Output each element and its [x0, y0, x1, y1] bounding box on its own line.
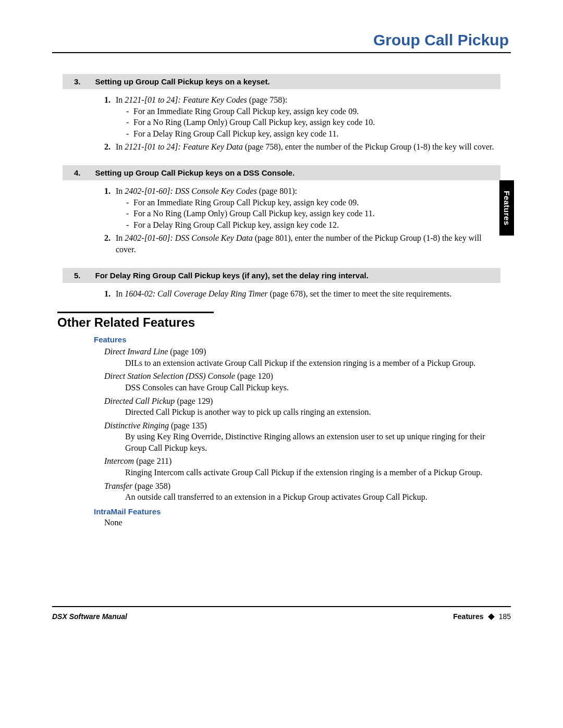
features-list: Direct Inward Line (page 109) DILs to an…: [104, 346, 495, 503]
sub-item: For a No Ring (Lamp Only) Group Call Pic…: [126, 208, 500, 219]
step-body-4: In 2402-[01-60]: DSS Console Key Codes (…: [104, 186, 500, 255]
feature-item: Direct Station Selection (DSS) Console (…: [104, 371, 495, 393]
footer-right: Features 185: [453, 612, 511, 621]
step-number: 4.: [67, 168, 81, 177]
side-tab-features: Features: [499, 180, 514, 236]
footer-section: Features: [453, 612, 483, 621]
features-heading: Features: [94, 335, 511, 344]
step-title: Setting up Group Call Pickup keys on a k…: [95, 77, 496, 86]
page-title: Group Call Pickup: [52, 31, 511, 52]
section-divider: [57, 312, 214, 313]
step-body-5: In 1604-02: Call Coverage Delay Ring Tim…: [104, 288, 500, 300]
step-body-3: In 2121-[01 to 24]: Feature Key Codes (p…: [104, 94, 500, 153]
step-header-5: 5. For Delay Ring Group Call Pickup keys…: [63, 268, 500, 283]
sub-item: For an Immediate Ring Group Call Pickup …: [126, 106, 500, 117]
feature-item: Transfer (page 358) An outside call tran…: [104, 480, 495, 503]
footer: DSX Software Manual Features 185: [52, 612, 511, 621]
footer-rule: [52, 606, 511, 607]
step-item: In 2402-[01-60]: DSS Console Key Data (p…: [104, 232, 500, 255]
step-number: 5.: [67, 271, 81, 280]
intramail-heading: IntraMail Features: [94, 507, 511, 516]
step-number: 3.: [67, 77, 81, 86]
step-item: In 2402-[01-60]: DSS Console Key Codes (…: [104, 186, 500, 230]
header-rule: [52, 52, 511, 53]
sub-item: For an Immediate Ring Group Call Pickup …: [126, 197, 500, 208]
feature-item: Intercom (page 211) Ringing Intercom cal…: [104, 455, 495, 478]
sub-item: For a No Ring (Lamp Only) Group Call Pic…: [126, 117, 500, 128]
step-item: In 2121-[01 to 24]: Feature Key Codes (p…: [104, 94, 500, 139]
feature-item: Directed Call Pickup (page 129) Directed…: [104, 396, 495, 418]
step-item: In 2121-[01 to 24]: Feature Key Data (pa…: [104, 141, 500, 153]
feature-item: Distinctive Ringing (page 135) By using …: [104, 420, 495, 454]
step-item: In 1604-02: Call Coverage Delay Ring Tim…: [104, 288, 500, 300]
footer-manual-name: DSX Software Manual: [52, 612, 127, 621]
footer-page-number: 185: [499, 612, 511, 621]
feature-item: Direct Inward Line (page 109) DILs to an…: [104, 346, 495, 368]
step-title: Setting up Group Call Pickup keys on a D…: [95, 168, 496, 177]
step-header-4: 4. Setting up Group Call Pickup keys on …: [63, 165, 500, 180]
step-header-3: 3. Setting up Group Call Pickup keys on …: [63, 74, 500, 89]
section-title-related: Other Related Features: [57, 315, 511, 330]
sub-item: For a Delay Ring Group Call Pickup key, …: [126, 219, 500, 231]
step-title: For Delay Ring Group Call Pickup keys (i…: [95, 271, 496, 280]
intramail-none: None: [104, 518, 511, 527]
diamond-icon: [488, 613, 495, 620]
sub-item: For a Delay Ring Group Call Pickup key, …: [126, 128, 500, 140]
